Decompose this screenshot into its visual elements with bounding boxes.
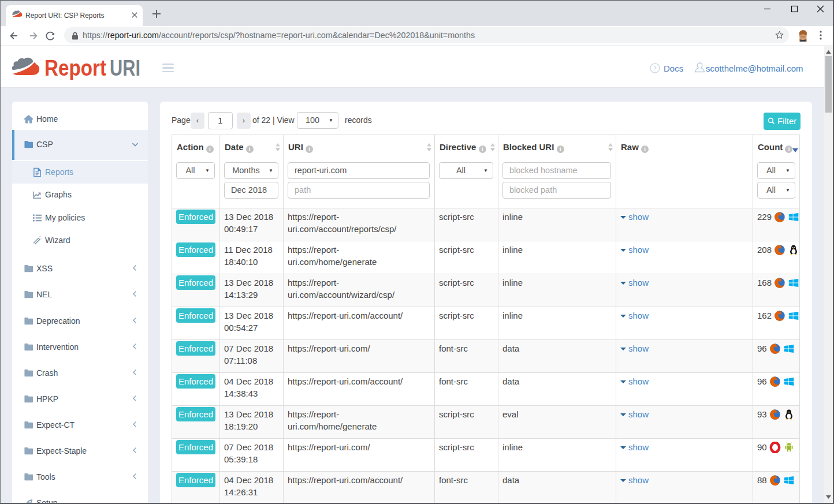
svg-text:?: ?: [654, 65, 657, 72]
svg-text:Report: Report: [44, 57, 106, 80]
svg-text:URI: URI: [110, 57, 140, 80]
